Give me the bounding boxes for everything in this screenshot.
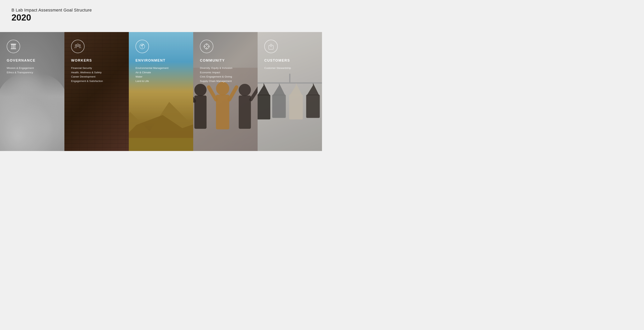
customers-title: CUSTOMERS [264,59,315,63]
columns-container: GOVERNANCE Mission & Engagement Ethics &… [0,32,322,151]
list-item: Ethics & Transparency [7,70,58,75]
svg-rect-18 [216,95,229,129]
customers-column: CUSTOMERS Customer Stewardship [258,32,322,151]
governance-icon-wrapper [7,40,20,53]
svg-rect-4 [15,45,15,48]
pillar-icon [10,43,17,50]
list-item: Air & Climate [136,70,186,75]
svg-rect-35 [258,95,270,119]
workers-column: WORKERS Financial Security Health, Welln… [64,32,129,151]
list-item: Diversity, Equity & Inclusion [200,66,251,70]
community-items: Diversity, Equity & Inclusion Economic I… [200,66,251,84]
svg-point-8 [79,45,80,46]
header: B Lab Impact Assessment Goal Structure 2… [0,0,322,32]
list-item: Health, Wellness & Safety [71,70,122,75]
list-item: Land & Life [136,79,186,84]
svg-rect-11 [129,138,193,151]
svg-point-5 [11,44,16,45]
svg-rect-37 [289,95,303,119]
customers-items: Customer Stewardship [264,66,315,70]
svg-point-7 [75,45,77,46]
workers-icon-wrapper [71,40,84,53]
environment-title: ENVIRONMENT [136,59,186,63]
community-column: COMMUNITY Diversity, Equity & Inclusion … [193,32,258,151]
list-item: Career Development [71,75,122,79]
list-item: Civic Engagement & Giving [200,75,251,79]
community-icon [203,43,210,50]
environment-items: Environmental Management Air & Climate W… [136,66,186,84]
svg-point-6 [77,44,79,46]
svg-rect-39 [269,46,273,49]
workers-icon [74,43,82,50]
svg-rect-22 [239,95,251,129]
svg-point-17 [216,82,229,95]
svg-rect-2 [12,45,12,48]
svg-rect-3 [13,45,14,48]
environment-icon-wrapper [136,40,149,53]
community-icon-wrapper [200,40,213,53]
workers-items: Financial Security Health, Wellness & Sa… [71,66,122,84]
svg-rect-0 [11,49,16,49]
list-item: Environmental Management [136,66,186,70]
list-item: Financial Security [71,66,122,70]
customers-icon-wrapper [264,40,278,53]
leaf-icon [138,43,146,50]
svg-point-24 [204,44,209,49]
community-title: COMMUNITY [200,59,251,63]
list-item: Supply Chain Management [200,79,251,84]
header-year: 2020 [12,13,310,23]
header-subtitle: B Lab Impact Assessment Goal Structure [12,8,310,13]
list-item: Engagement & Satisfaction [71,79,122,84]
workers-title: WORKERS [71,59,122,63]
list-item: Economic Impact [200,70,251,75]
svg-point-21 [239,84,251,96]
bag-icon [268,43,275,50]
list-item: Water [136,75,186,79]
list-item: Customer Stewardship [264,66,315,70]
governance-column: GOVERNANCE Mission & Engagement Ethics &… [0,32,64,151]
list-item: Mission & Engagement [7,66,58,70]
svg-point-14 [194,84,206,96]
governance-items: Mission & Engagement Ethics & Transparen… [7,66,58,75]
environment-column: ENVIRONMENT Environmental Management Air… [129,32,193,151]
svg-rect-38 [306,95,320,118]
svg-rect-36 [272,95,286,118]
svg-rect-15 [194,95,206,129]
governance-title: GOVERNANCE [7,59,58,63]
